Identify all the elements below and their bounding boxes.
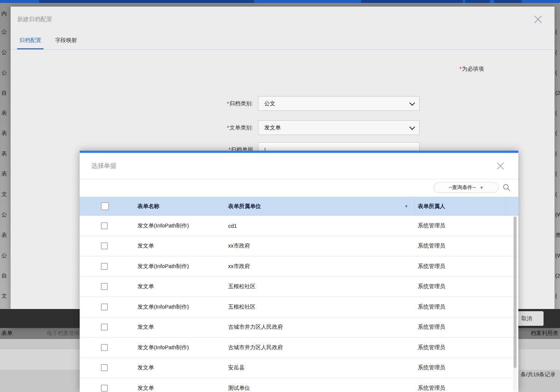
background-menu-char: 表 — [1, 110, 7, 117]
cell-form-owner: 系统管理员 — [415, 378, 506, 392]
row-checkbox[interactable] — [101, 283, 108, 290]
archive-type-select[interactable]: 公文 — [258, 96, 420, 111]
modal-header: 选择单据 — [80, 153, 518, 179]
background-edge-text: ( — [555, 49, 557, 55]
row-checkbox[interactable] — [101, 385, 108, 392]
background-menu-char: 内 — [1, 10, 7, 17]
row-checkbox[interactable] — [101, 222, 108, 229]
dropdown-arrow-icon: ▼ — [480, 185, 484, 190]
cell-form-org: cd1 — [228, 216, 415, 236]
select-all-checkbox[interactable] — [101, 202, 109, 210]
document-type-select[interactable]: 发文单 — [258, 120, 420, 135]
cell-form-name: 发文单(InfoPath制作) — [137, 338, 228, 358]
row-checkbox[interactable] — [101, 304, 108, 310]
table-row: 发文单xx市政府系统管理员 — [80, 236, 518, 257]
background-menu-char: 表 — [1, 232, 7, 239]
background-cell-archive-use: 档案利用类 — [531, 330, 558, 337]
background-menu-char: 表 — [1, 170, 7, 177]
background-menu-char: 文 — [1, 191, 7, 198]
background-edge-text: ( — [555, 29, 557, 35]
sort-arrow-icon[interactable]: ▼ — [404, 204, 408, 208]
background-edge-text: ( — [555, 130, 557, 136]
top-blue-bar — [0, 0, 560, 3]
column-header-form-owner[interactable]: 表单所属人 — [415, 197, 506, 216]
row-checkbox-cell — [80, 222, 137, 229]
close-icon[interactable] — [533, 14, 544, 25]
row-checkbox-cell — [80, 364, 137, 371]
background-edge-text: ( — [555, 69, 557, 76]
table-row: 发文单(InfoPath制作)古城市井力区人民政府系统管理员 — [80, 338, 518, 358]
background-right-column: ((((2((((((W类(W(2(( — [555, 3, 560, 328]
background-edge-text: (2 — [555, 90, 560, 96]
cell-form-org: xx市政府 — [228, 256, 415, 276]
row-checkbox[interactable] — [101, 364, 108, 371]
row-checkbox[interactable] — [101, 242, 108, 249]
top-bar-segment — [494, 0, 522, 3]
cell-form-org: 五根松社区 — [228, 297, 415, 317]
row-checkbox-cell — [80, 304, 137, 310]
tab-archive-config[interactable]: 归档配置 — [17, 32, 43, 49]
scrollbar[interactable] — [513, 216, 517, 392]
background-menu-char: 公 — [1, 49, 7, 56]
row-checkbox-cell — [80, 283, 137, 290]
cell-form-name: 发文单 — [137, 317, 228, 338]
background-menu-char: 公 — [1, 29, 7, 35]
row-checkbox-cell — [80, 324, 137, 331]
required-asterisk: * — [227, 124, 229, 131]
scrollbar-thumb[interactable] — [514, 216, 517, 368]
column-header-form-org[interactable]: 表单所属单位 ▼ — [228, 197, 415, 216]
column-header-form-name[interactable]: 表单名称 — [137, 197, 228, 216]
modal-title: 新建归档配置 — [17, 16, 52, 23]
archive-type-value: 公文 — [264, 100, 275, 107]
cell-form-org: 安岳县 — [228, 358, 415, 378]
cell-form-name: 发文单 — [137, 236, 228, 256]
background-edge-text: ( — [555, 170, 557, 177]
table-header: 表单名称 表单所属单位 ▼ 表单所属人 — [80, 197, 518, 216]
top-bar-segment — [465, 0, 490, 3]
row-checkbox[interactable] — [101, 344, 108, 351]
record-count: 条/共19条记录 — [521, 371, 556, 378]
background-edge-text: ( — [555, 191, 557, 197]
cell-form-owner: 系统管理员 — [415, 358, 506, 378]
document-type-label: *文单类别: — [11, 120, 253, 135]
background-menu-char: 自 — [1, 272, 7, 279]
table-row: 发文单五根松社区系统管理员 — [80, 277, 518, 297]
background-edge-text: ( — [555, 293, 557, 299]
background-menu-char: 公 — [1, 252, 7, 259]
background-cell-archive-borrow: 电子档案借阅 — [47, 330, 80, 337]
archive-type-label: *归档类别: — [11, 96, 253, 111]
tab-bar: 归档配置 字段映射 — [11, 32, 555, 50]
chevron-down-icon — [409, 124, 415, 130]
cell-form-name: 发文单(InfoPath制作) — [137, 256, 228, 276]
cell-form-owner: 系统管理员 — [415, 256, 506, 276]
background-menu-char: 自 — [1, 90, 7, 97]
top-bar-segment — [39, 0, 254, 3]
cell-form-owner: 系统管理员 — [415, 338, 506, 358]
top-bar-segment — [361, 0, 463, 3]
table-toolbar: --查询条件-- ▼ — [80, 179, 518, 197]
close-icon[interactable] — [495, 161, 506, 172]
table-row: 发文单安岳县系统管理员 — [80, 358, 518, 378]
query-condition-select[interactable]: --查询条件-- ▼ — [434, 182, 499, 193]
form-row-document-type: *文单类别: 发文单 — [11, 120, 555, 135]
cell-form-org: 测试单位 — [228, 378, 415, 392]
cell-form-name: 发文单 — [137, 378, 228, 392]
background-edge-text: ( — [555, 110, 557, 116]
form-row-archive-type: *归档类别: 公文 — [11, 96, 555, 111]
cell-form-owner: 系统管理员 — [415, 317, 506, 338]
row-checkbox[interactable] — [101, 263, 108, 270]
row-checkbox-cell — [80, 242, 137, 249]
tab-field-mapping[interactable]: 字段映射 — [53, 32, 79, 49]
table-body: 发文单(InfoPath制作)cd1系统管理员发文单xx市政府系统管理员发文单(… — [80, 216, 518, 392]
background-edge-text: ( — [555, 150, 557, 157]
background-menu-char: 公 — [1, 211, 7, 218]
header-checkbox-cell — [80, 202, 137, 210]
search-icon[interactable] — [502, 183, 511, 192]
required-note: *为必填项 — [459, 65, 484, 72]
cell-form-org: xx市政府 — [228, 236, 415, 256]
modal-title: 选择单据 — [91, 162, 116, 170]
cell-form-org: 古城市井力区人民政府 — [228, 317, 415, 338]
cell-form-owner: 系统管理员 — [415, 236, 506, 256]
row-checkbox[interactable] — [101, 324, 108, 331]
background-edge-text: 类 — [555, 232, 560, 239]
